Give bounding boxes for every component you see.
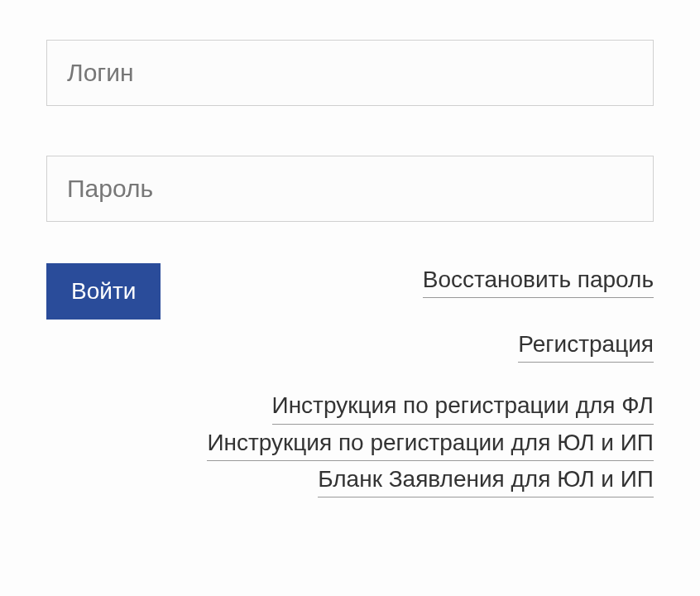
instructions-group: Инструкция по регистрации для ФЛ Инструк… [207, 389, 654, 497]
login-button[interactable]: Войти [46, 263, 161, 320]
actions-row: Войти Восстановить пароль Регистрация Ин… [46, 263, 654, 497]
links-column: Восстановить пароль Регистрация Инструкц… [207, 263, 654, 497]
application-form-link[interactable]: Бланк Заявления для ЮЛ и ИП [318, 463, 654, 497]
register-link[interactable]: Регистрация [518, 328, 654, 363]
password-input[interactable] [46, 156, 654, 222]
username-input[interactable] [46, 40, 654, 106]
instruction-fl-link[interactable]: Инструкция по регистрации для ФЛ [272, 389, 654, 424]
password-wrapper [46, 156, 654, 222]
instruction-ul-ip-link[interactable]: Инструкция по регистрации для ЮЛ и ИП [207, 426, 654, 461]
login-form: Войти Восстановить пароль Регистрация Ин… [46, 40, 654, 497]
username-wrapper [46, 40, 654, 106]
recover-password-link[interactable]: Восстановить пароль [423, 263, 654, 298]
